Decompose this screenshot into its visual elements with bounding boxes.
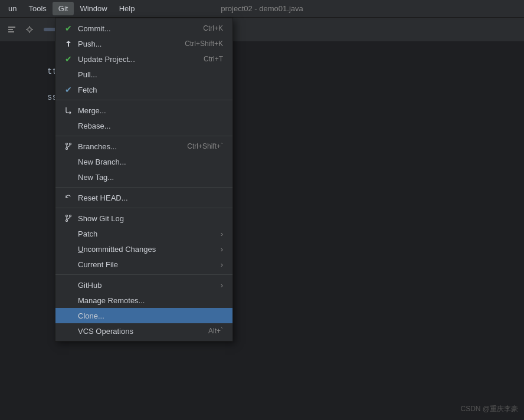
menu-item-new-branch[interactable]: New Branch... <box>55 154 232 169</box>
divider-2 <box>55 136 232 136</box>
merge-icon <box>63 106 74 114</box>
push-shortcut: Ctrl+Shift+K <box>185 40 223 48</box>
svg-point-7 <box>66 215 68 217</box>
menu-item-pull[interactable]: Pull... <box>55 67 232 82</box>
menu-item-uncommitted[interactable]: Uncommitted Changes › <box>55 241 232 257</box>
menu-item-fetch[interactable]: ✔ Fetch <box>55 82 232 97</box>
svg-rect-0 <box>8 27 15 28</box>
menu-item-clone[interactable]: Clone... <box>55 308 232 323</box>
branches-shortcut: Ctrl+Shift+` <box>187 142 223 150</box>
reset-icon <box>63 193 74 202</box>
menu-item-manage-remotes[interactable]: Manage Remotes... <box>55 293 232 308</box>
menu-item-reset-head[interactable]: Reset HEAD... <box>55 190 232 205</box>
menu-git[interactable]: Git <box>53 2 74 15</box>
menu-item-show-git-log[interactable]: Show Git Log <box>55 211 232 226</box>
menu-tools[interactable]: Tools <box>22 2 52 15</box>
divider-4 <box>55 208 232 208</box>
current-file-label: Current File <box>78 260 218 269</box>
update-check-icon: ✔ <box>63 54 74 64</box>
vcs-ops-shortcut: Alt+` <box>208 327 223 335</box>
commit-label: Commit... <box>78 24 203 33</box>
fetch-label: Fetch <box>78 86 223 94</box>
svg-point-6 <box>66 148 68 150</box>
reset-head-label: Reset HEAD... <box>78 193 223 202</box>
github-label: GitHub <box>78 281 218 290</box>
menu-item-rebase[interactable]: Rebase... <box>55 118 232 133</box>
svg-rect-1 <box>8 29 13 30</box>
menu-item-github[interactable]: GitHub › <box>55 277 232 293</box>
rebase-label: Rebase... <box>78 122 223 130</box>
svg-point-3 <box>28 28 31 31</box>
svg-point-8 <box>70 215 71 217</box>
menu-window[interactable]: Window <box>74 2 113 15</box>
new-tag-label: New Tag... <box>78 173 223 182</box>
window-title: project02 - demo01.java <box>221 4 303 13</box>
menu-item-current-file[interactable]: Current File › <box>55 257 232 272</box>
align-icon[interactable] <box>6 24 18 35</box>
menu-un[interactable]: un <box>2 2 22 15</box>
new-branch-label: New Branch... <box>78 158 223 166</box>
github-arrow: › <box>221 281 223 290</box>
push-icon <box>63 40 74 48</box>
show-git-log-label: Show Git Log <box>78 214 223 223</box>
branches-icon <box>63 142 74 150</box>
uncommitted-label: Uncommitted Changes <box>78 245 218 254</box>
settings-icon[interactable] <box>24 24 35 35</box>
commit-shortcut: Ctrl+K <box>203 24 223 32</box>
menu-item-commit[interactable]: ✔ Commit... Ctrl+K <box>55 21 232 36</box>
current-file-arrow: › <box>221 260 223 269</box>
menu-item-vcs-ops[interactable]: VCS Operations Alt+` <box>55 323 232 339</box>
merge-label: Merge... <box>78 106 223 115</box>
fetch-check-icon: ✔ <box>63 85 74 94</box>
menu-item-push[interactable]: Push... Ctrl+Shift+K <box>55 36 232 51</box>
patch-arrow: › <box>221 229 223 238</box>
divider-3 <box>55 187 232 188</box>
menu-item-patch[interactable]: Patch › <box>55 226 232 241</box>
branches-label: Branches... <box>78 142 187 151</box>
manage-remotes-label: Manage Remotes... <box>78 296 223 305</box>
menu-item-branches[interactable]: Branches... Ctrl+Shift+` <box>55 139 232 154</box>
svg-rect-2 <box>8 31 14 32</box>
menu-item-new-tag[interactable]: New Tag... <box>55 169 232 185</box>
update-label: Update Project... <box>78 55 204 64</box>
divider-1 <box>55 100 232 100</box>
pull-label: Pull... <box>78 70 223 79</box>
push-label: Push... <box>78 40 185 48</box>
svg-point-5 <box>70 143 71 145</box>
commit-check-icon: ✔ <box>63 24 74 33</box>
show-git-log-icon <box>63 214 74 222</box>
menu-item-merge[interactable]: Merge... <box>55 103 232 118</box>
menu-item-update[interactable]: ✔ Update Project... Ctrl+T <box>55 51 232 67</box>
svg-point-4 <box>66 143 68 145</box>
clone-label: Clone... <box>78 311 223 320</box>
svg-point-9 <box>66 220 68 222</box>
git-dropdown-menu: ✔ Commit... Ctrl+K Push... Ctrl+Shift+K … <box>55 18 233 342</box>
patch-label: Patch <box>78 229 218 238</box>
uncommitted-arrow: › <box>221 245 223 254</box>
update-shortcut: Ctrl+T <box>204 55 223 63</box>
vcs-ops-label: VCS Operations <box>78 327 208 336</box>
watermark: CSDN @重庆李豪 <box>460 404 518 414</box>
menubar: un Tools Git Window Help project02 - dem… <box>0 0 524 18</box>
divider-5 <box>55 274 232 275</box>
menu-help[interactable]: Help <box>113 2 141 15</box>
